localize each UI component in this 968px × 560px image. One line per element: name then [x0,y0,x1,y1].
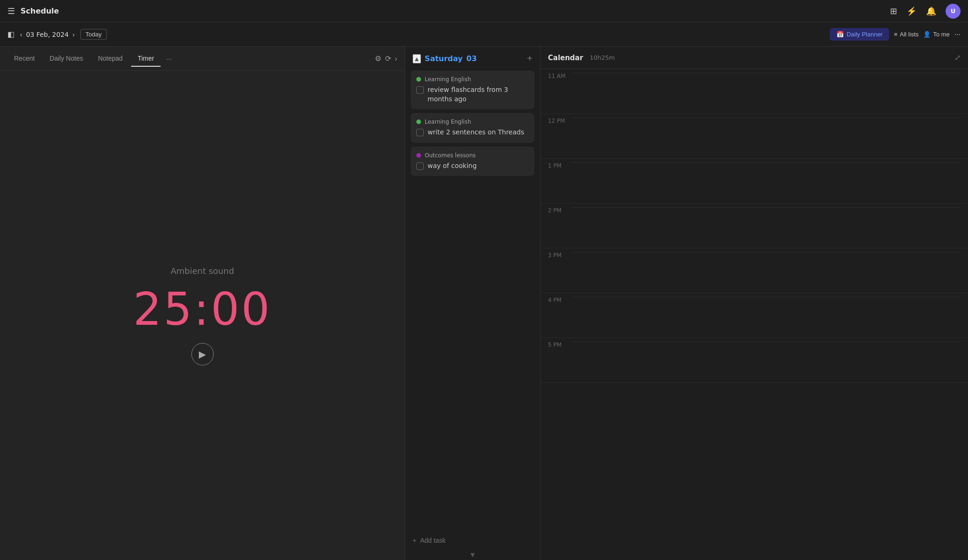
daily-planner-label: Daily Planner [847,31,883,38]
add-task-button[interactable]: + Add task [405,531,540,550]
list-icon: ≡ [894,31,898,38]
prev-date-button[interactable]: ‹ [20,31,22,38]
tab-settings-icon[interactable]: ⚙ [375,54,381,63]
calendar-expand-button[interactable]: ⤢ [954,53,961,62]
task-dot-1 [416,77,421,82]
time-label-1pm: 1 PM [548,159,571,169]
to-me-label: To me [933,31,949,38]
day-name: Saturday [425,54,463,63]
next-date-button[interactable]: › [72,31,75,38]
add-task-plus-icon: + [413,537,416,544]
all-lists-label: All lists [900,31,919,38]
date-bar-right: 📅 Daily Planner ≡ All lists 👤 To me ··· [830,28,961,41]
task-text-2: write 2 sentences on Threads [428,128,524,137]
task-checkbox-1[interactable] [416,86,424,94]
time-line-12pm [571,118,961,118]
task-dot-2 [416,119,421,124]
task-card-3: Outcomes lessons way of cooking [411,147,534,176]
time-line-2pm [571,207,961,208]
time-line-1pm [571,162,961,163]
timer-display: 25:00 [133,283,272,336]
current-date-label: 03 Feb, 2024 [26,31,69,38]
scroll-up-button[interactable]: ▲ [413,54,421,63]
task-dot-3 [416,153,421,158]
left-panel: Recent Daily Notes Notepad Timer ··· ⚙ ⟳… [0,47,405,560]
bell-icon[interactable]: 🔔 [926,6,936,16]
time-slot-3pm: 3 PM [540,248,968,293]
top-bar-right: ⊞ ⚡ 🔔 U [890,4,961,19]
time-slot-11am: 11 AM [540,69,968,114]
tab-recent[interactable]: Recent [7,51,41,67]
time-line-4pm [571,297,961,297]
date-bar: ◧ ‹ 03 Feb, 2024 › Today 📅 Daily Planner… [0,22,968,47]
calendar-duration: 10h25m [589,54,615,61]
time-slot-5pm: 5 PM [540,338,968,383]
time-label-5pm: 5 PM [548,338,571,348]
person-icon: 👤 [923,31,931,38]
menu-icon[interactable]: ☰ [7,6,15,16]
timer-content: Ambient sound 25:00 ▶ [0,71,405,560]
task-header-2: Learning English [416,119,529,125]
calendar-title: Calendar [548,54,583,62]
task-category-2: Learning English [425,119,471,125]
task-card-1: Learning English review flashcards from … [411,70,534,109]
tab-timer[interactable]: Timer [131,51,161,67]
task-body-2: write 2 sentences on Threads [416,128,529,137]
add-task-label: Add task [420,537,445,544]
ambient-sound-label: Ambient sound [170,266,234,276]
task-checkbox-2[interactable] [416,129,424,136]
main-layout: Recent Daily Notes Notepad Timer ··· ⚙ ⟳… [0,47,968,560]
time-slot-1pm: 1 PM [540,159,968,203]
time-line-3pm [571,252,961,252]
bolt-icon[interactable]: ⚡ [906,6,917,16]
date-navigation: ‹ 03 Feb, 2024 › [20,31,75,38]
to-me-button[interactable]: 👤 To me [923,31,949,38]
play-button[interactable]: ▶ [191,343,214,365]
today-button[interactable]: Today [80,29,107,40]
task-card-2: Learning English write 2 sentences on Th… [411,113,534,143]
task-category-3: Outcomes lessons [425,152,476,159]
time-label-4pm: 4 PM [548,293,571,303]
top-bar-left: ☰ Schedule [7,6,59,16]
calendar-body[interactable]: 11 AM 12 PM 1 PM 2 PM 3 PM 4 PM [540,69,968,560]
task-header-3: Outcomes lessons [416,152,529,159]
avatar[interactable]: U [946,4,961,19]
scroll-down-indicator: ▼ [405,550,540,560]
grid-icon[interactable]: ⊞ [890,6,897,16]
time-label-11am: 11 AM [548,69,571,79]
add-task-icon-button[interactable]: + [527,53,533,64]
tasks-list: Learning English review flashcards from … [405,70,540,531]
tab-notepad[interactable]: Notepad [91,51,129,67]
tab-refresh-icon[interactable]: ⟳ [385,54,391,63]
day-header: ▲ Saturday 03 + [405,47,540,70]
app-title: Schedule [21,7,59,15]
time-label-12pm: 12 PM [548,114,571,124]
task-body-3: way of cooking [416,161,529,171]
tab-more-button[interactable]: ··· [162,51,175,66]
time-slot-2pm: 2 PM [540,203,968,248]
tab-bar: Recent Daily Notes Notepad Timer ··· ⚙ ⟳… [0,47,405,71]
calendar-header: Calendar 10h25m ⤢ [540,47,968,69]
time-line-11am [571,73,961,73]
time-label-3pm: 3 PM [548,248,571,259]
sidebar-toggle-button[interactable]: ◧ [7,30,14,39]
all-lists-button[interactable]: ≡ All lists [894,31,919,38]
day-number: 03 [466,54,477,63]
daily-planner-button[interactable]: 📅 Daily Planner [830,28,889,41]
tab-daily-notes[interactable]: Daily Notes [43,51,90,67]
task-body-1: review flashcards from 3 months ago [416,85,529,104]
time-slot-12pm: 12 PM [540,114,968,159]
top-bar: ☰ Schedule ⊞ ⚡ 🔔 U [0,0,968,22]
calendar-icon: 📅 [836,31,844,38]
middle-panel: ▲ Saturday 03 + Learning English review … [405,47,540,560]
time-line-5pm [571,342,961,342]
tab-forward-icon[interactable]: › [395,54,397,63]
right-panel: Calendar 10h25m ⤢ 11 AM 12 PM 1 PM 2 PM [540,47,968,560]
time-label-2pm: 2 PM [548,203,571,214]
time-slot-4pm: 4 PM [540,293,968,338]
more-options-button[interactable]: ··· [954,30,961,39]
task-header-1: Learning English [416,76,529,83]
task-checkbox-3[interactable] [416,162,424,170]
task-text-3: way of cooking [428,161,477,171]
task-category-1: Learning English [425,76,471,83]
